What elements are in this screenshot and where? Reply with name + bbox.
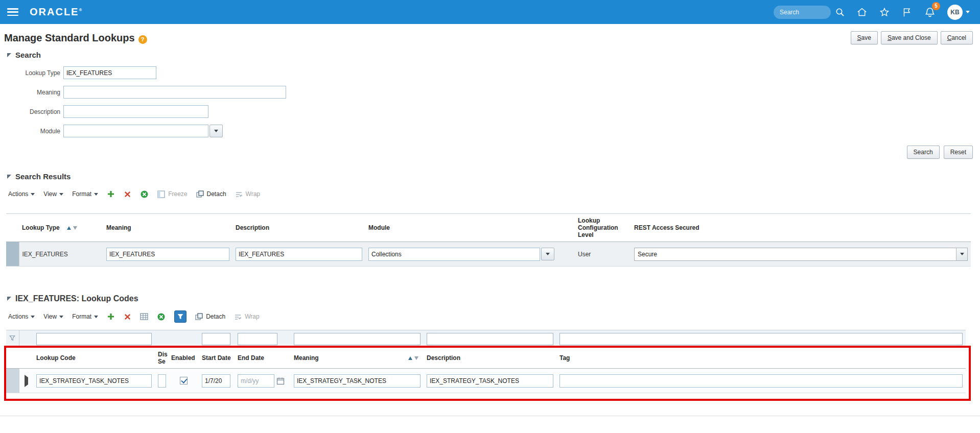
favorites-star-icon[interactable] <box>879 7 890 18</box>
module-dropdown-button[interactable] <box>209 125 223 137</box>
wrap-button[interactable]: Wrap <box>234 313 259 321</box>
qbe-meaning <box>291 330 424 348</box>
meaning-field[interactable] <box>63 86 286 99</box>
display-sequence-input[interactable] <box>158 374 166 388</box>
sort-descending-icon[interactable] <box>73 226 77 230</box>
watchlist-flag-icon[interactable] <box>901 7 913 18</box>
results-section-header[interactable]: Search Results <box>0 172 980 181</box>
qbe-description <box>424 330 556 348</box>
dropdown-arrow-icon <box>546 253 550 255</box>
expand-cell[interactable] <box>19 369 33 393</box>
hamburger-menu-icon[interactable] <box>7 8 18 16</box>
column-header-enabled[interactable]: Enabled <box>168 348 199 369</box>
sort-ascending-icon[interactable] <box>67 226 71 230</box>
tag-input[interactable] <box>559 374 963 388</box>
codes-section-header[interactable]: IEX_FEATURES: Lookup Codes <box>0 294 980 303</box>
expand-row-icon[interactable] <box>25 375 28 387</box>
table-grid-icon[interactable] <box>140 312 148 321</box>
view-menu[interactable]: View <box>43 190 63 198</box>
freeze-button[interactable]: Freeze <box>157 190 187 198</box>
codes-section-title: IEX_FEATURES: Lookup Codes <box>15 294 138 303</box>
start-date-filter-input[interactable] <box>202 333 230 345</box>
codes-table-wrapper: Lookup Code Dis Se Enabled Start Date En… <box>6 330 966 393</box>
user-menu[interactable]: KB <box>947 5 970 20</box>
rest-access-select[interactable]: Secure <box>634 248 968 261</box>
add-row-icon[interactable] <box>107 312 115 321</box>
save-button[interactable]: Save <box>851 31 878 44</box>
search-icon[interactable] <box>835 7 845 17</box>
column-header-description[interactable]: Description <box>424 348 556 369</box>
codes-actions-menu[interactable]: Actions <box>8 313 35 320</box>
search-section-header[interactable]: Search <box>0 51 980 59</box>
delete-row-icon[interactable] <box>124 190 131 198</box>
column-header-display-sequence[interactable]: Dis Se <box>155 348 168 369</box>
module-cell-input[interactable] <box>368 248 540 261</box>
date-picker-icon[interactable] <box>276 377 285 385</box>
help-icon[interactable] <box>138 35 147 44</box>
home-icon[interactable] <box>856 7 868 18</box>
column-header-start-date[interactable]: Start Date <box>199 348 235 369</box>
column-header-rest-access[interactable]: REST Access Secured <box>631 214 971 242</box>
row-selector[interactable] <box>6 242 19 267</box>
column-header-lookup-code[interactable]: Lookup Code <box>33 348 155 369</box>
codes-table-row[interactable] <box>6 369 966 393</box>
row-selector[interactable] <box>6 369 19 393</box>
meaning-cell-input[interactable] <box>106 248 229 261</box>
oracle-logo[interactable]: ORACLE® <box>30 6 82 18</box>
actions-menu[interactable]: Actions <box>8 190 35 198</box>
add-row-icon[interactable] <box>107 190 115 198</box>
wrap-button[interactable]: Wrap <box>235 190 260 198</box>
description-field[interactable] <box>63 105 208 118</box>
export-to-excel-icon[interactable] <box>157 312 166 321</box>
module-cell-dropdown-button[interactable] <box>541 248 554 260</box>
notifications-bell[interactable]: 5 <box>924 6 936 18</box>
column-header-config-level[interactable]: Lookup Configuration Level <box>575 214 631 242</box>
search-buttons: Search Reset <box>0 146 973 159</box>
sort-descending-icon[interactable] <box>414 356 418 360</box>
reset-button[interactable]: Reset <box>944 146 973 159</box>
start-date-input[interactable] <box>202 374 230 388</box>
results-table-row[interactable]: IEX_FEATURES User Secure <box>6 242 971 267</box>
save-and-close-button[interactable]: Save and Close <box>881 31 938 44</box>
search-button[interactable]: Search <box>907 146 940 159</box>
enabled-checkbox[interactable] <box>180 377 188 384</box>
sort-ascending-icon[interactable] <box>408 356 412 360</box>
lookup-code-input[interactable] <box>36 374 152 388</box>
lookup-type-field[interactable] <box>63 66 156 79</box>
module-field[interactable] <box>63 125 208 137</box>
expand-column-header <box>19 348 33 369</box>
qbe-corner[interactable] <box>6 330 19 348</box>
format-menu[interactable]: Format <box>72 190 98 198</box>
meaning-label: Meaning <box>11 89 60 96</box>
detach-button[interactable]: Detach <box>195 313 225 321</box>
column-header-module[interactable]: Module <box>365 214 575 242</box>
export-to-excel-icon[interactable] <box>140 190 149 199</box>
column-header-lookup-type[interactable]: Lookup Type <box>19 214 103 242</box>
description-input[interactable] <box>427 374 553 388</box>
detach-button[interactable]: Detach <box>196 190 226 198</box>
end-date-input[interactable] <box>238 374 274 388</box>
description-filter-input[interactable] <box>427 333 553 345</box>
select-arrow-button[interactable] <box>956 248 967 260</box>
codes-format-menu[interactable]: Format <box>72 313 98 320</box>
lookup-code-filter-input[interactable] <box>36 333 152 345</box>
qbe-display-sequence <box>155 330 168 348</box>
module-label: Module <box>11 128 60 135</box>
description-cell-input[interactable] <box>236 248 362 261</box>
meaning-filter-input[interactable] <box>294 333 421 345</box>
tag-filter-input[interactable] <box>559 333 963 345</box>
codes-view-menu[interactable]: View <box>43 313 63 320</box>
query-by-example-toggle[interactable] <box>174 310 186 323</box>
column-header-description[interactable]: Description <box>232 214 365 242</box>
column-header-tag[interactable]: Tag <box>556 348 966 369</box>
end-date-filter-input[interactable] <box>238 333 277 345</box>
meaning-input[interactable] <box>294 374 421 388</box>
sort-icons[interactable] <box>408 356 418 360</box>
global-search-input[interactable] <box>774 6 831 19</box>
sort-icons[interactable] <box>67 226 77 230</box>
cancel-button[interactable]: Cancel <box>941 31 973 44</box>
delete-row-icon[interactable] <box>124 313 131 321</box>
column-header-meaning[interactable]: Meaning <box>103 214 232 242</box>
column-header-end-date[interactable]: End Date <box>235 348 291 369</box>
column-header-meaning[interactable]: Meaning <box>291 348 424 369</box>
